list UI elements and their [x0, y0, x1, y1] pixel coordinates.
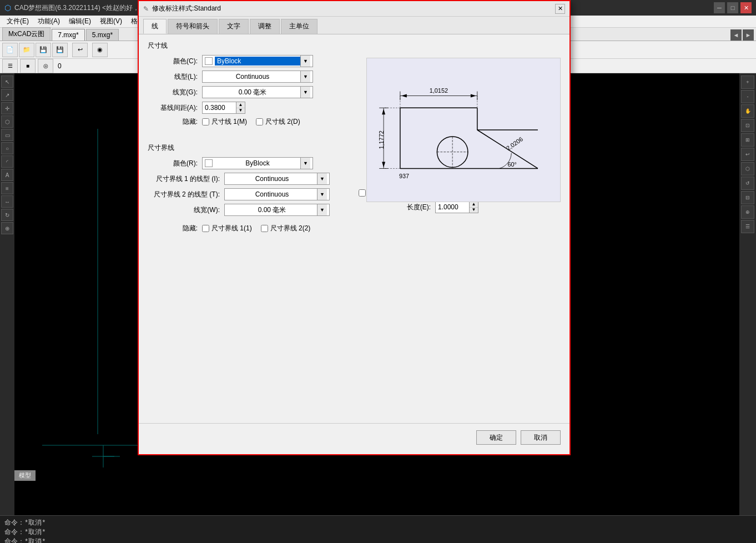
lt-select[interactable]: ↖ — [1, 76, 13, 88]
close-button[interactable]: ✕ — [740, 2, 752, 13]
length-down[interactable]: ▼ — [470, 208, 478, 213]
hide-dim2-cb[interactable] — [256, 118, 263, 125]
linewidth-value: 0.00 毫米 — [205, 88, 300, 97]
ext2-label: 尺寸界线 2 的线型 (T): — [148, 190, 220, 199]
dtab-line[interactable]: 线 — [143, 19, 167, 34]
layer-name: 0 — [58, 62, 62, 70]
cmd-line2: 命令：*取消* — [4, 527, 752, 537]
cmd-line3: 命令：*取消* — [4, 537, 752, 543]
tb-extra1[interactable]: ◉ — [92, 43, 108, 57]
hide2-label: 隐藏: — [148, 224, 198, 233]
linetype-dropdown[interactable]: Continuous ▼ — [202, 71, 313, 83]
color-selected: ByBlock — [215, 57, 300, 66]
ext2-value: Continuous — [227, 190, 317, 198]
dtab-primary[interactable]: 主单位 — [281, 19, 317, 34]
lt-polygon[interactable]: ⬡ — [1, 115, 13, 128]
tb-new[interactable]: 📄 — [2, 43, 18, 57]
linewidth-w-dropdown[interactable]: 0.00 毫米 ▼ — [224, 204, 330, 216]
tab-file1[interactable]: 7.mxg* — [52, 29, 84, 41]
ext2-arrow: ▼ — [317, 189, 327, 200]
linetype-label: 线型(L): — [148, 72, 198, 82]
menu-edit[interactable]: 编辑(E) — [64, 16, 95, 27]
menu-file[interactable]: 文件(E) — [2, 16, 33, 27]
rt-snap[interactable]: ⊕ — [741, 205, 754, 219]
rt-layers[interactable]: ☰ — [741, 220, 754, 233]
rt-zoom-win[interactable]: ⊞ — [741, 133, 754, 147]
layer-manager[interactable]: ☰ — [2, 59, 18, 73]
lt-dim[interactable]: ↔ — [1, 195, 13, 208]
tab-nav-right[interactable]: ► — [743, 29, 754, 41]
baseline-down[interactable]: ▼ — [236, 108, 245, 114]
lt-arc[interactable]: ◜ — [1, 155, 13, 168]
color-dropdown[interactable]: ByBlock ▼ — [202, 55, 313, 67]
model-tab[interactable]: 模型 — [14, 470, 36, 481]
ext1-label: 尺寸界线 1 的线型 (I): — [148, 174, 220, 184]
dialog-tabs: 线 符号和箭头 文字 调整 主单位 — [139, 17, 569, 34]
row-linewidth-w: 线宽(W): 0.00 毫米 ▼ — [148, 204, 350, 216]
rt-prev[interactable]: ↩ — [741, 148, 754, 161]
color-swatch — [205, 57, 213, 65]
hide2-checkboxes: 尺寸界线 1(1) 尺寸界线 2(2) — [202, 224, 310, 233]
length-label: 长度(E): — [359, 203, 431, 212]
tab-file2[interactable]: 5.mxg* — [86, 29, 119, 41]
rt-pan[interactable]: ✋ — [741, 104, 754, 118]
length-input[interactable]: 1.0000 — [436, 202, 469, 213]
rt-zoom-all[interactable]: ⊡ — [741, 119, 754, 132]
dialog-close-button[interactable]: ✕ — [555, 4, 565, 14]
right-toolbar: + - ✋ ⊡ ⊞ ↩ ⬡ ↺ ⊟ ⊕ ☰ — [739, 73, 756, 515]
minimize-button[interactable]: ─ — [714, 2, 725, 13]
tab-nav-left[interactable]: ◄ — [730, 29, 742, 41]
fixed-length-cb[interactable] — [359, 189, 366, 197]
tab-mxcad[interactable]: MxCAD云图 — [2, 27, 51, 41]
ext1-value: Continuous — [227, 175, 317, 183]
lt-text[interactable]: A — [1, 169, 13, 181]
layer-visibility[interactable]: ◎ — [38, 59, 53, 73]
tb-save[interactable]: 💾 — [36, 43, 51, 57]
lt-move[interactable]: ✛ — [1, 102, 13, 114]
baseline-spinbox[interactable]: 0.3800 ▲ ▼ — [202, 102, 245, 114]
hide-ext1-cb[interactable] — [202, 225, 209, 232]
cancel-button[interactable]: 取消 — [521, 430, 561, 445]
layer-color[interactable]: ■ — [20, 59, 36, 73]
dialog: ✎ 修改标注样式:Standard ✕ 线 符号和箭头 文字 调整 主单位 — [138, 0, 571, 455]
row-length: 长度(E): 1.0000 ▲ ▼ — [359, 201, 561, 213]
dialog-titlebar: ✎ 修改标注样式:Standard ✕ — [139, 1, 569, 17]
menu-view[interactable]: 视图(V) — [95, 16, 127, 27]
dtab-text[interactable]: 文字 — [219, 19, 249, 34]
rt-3d[interactable]: ⬡ — [741, 162, 754, 175]
svg-text:1,1772: 1,1772 — [378, 130, 385, 149]
hide-checkboxes: 尺寸线 1(M) 尺寸线 2(D) — [202, 117, 300, 127]
rt-mesh[interactable]: ⊟ — [741, 191, 754, 204]
baseline-up[interactable]: ▲ — [236, 102, 245, 108]
menu-function[interactable]: 功能(A) — [33, 16, 64, 27]
tb-saveas[interactable]: 💾 — [52, 43, 68, 57]
hide-ext2-cb[interactable] — [261, 225, 268, 232]
ext2-dropdown[interactable]: Continuous ▼ — [224, 188, 330, 200]
tb-undo[interactable]: ↩ — [72, 43, 88, 57]
svg-text:1,0152: 1,0152 — [430, 87, 448, 94]
ext1-dropdown[interactable]: Continuous ▼ — [224, 173, 330, 185]
lt-hatch[interactable]: ≡ — [1, 182, 13, 194]
hide-dim1-cb[interactable] — [202, 118, 209, 125]
hide-label: 隐藏: — [148, 117, 198, 127]
rt-orbit[interactable]: ↺ — [741, 177, 754, 190]
lt-arrow[interactable]: ↗ — [1, 89, 13, 101]
row-hide2: 隐藏: 尺寸界线 1(1) 尺寸界线 2(2) — [148, 224, 561, 233]
rt-zoom-out[interactable]: - — [741, 90, 754, 103]
tb-open[interactable]: 📁 — [19, 43, 34, 57]
maximize-button[interactable]: □ — [727, 2, 738, 13]
dtab-symbol[interactable]: 符号和箭头 — [168, 19, 218, 34]
linewidth-dropdown[interactable]: 0.00 毫米 ▼ — [202, 86, 313, 98]
lt-rotate[interactable]: ↻ — [1, 209, 13, 221]
baseline-input[interactable]: 0.3800 — [203, 102, 236, 113]
confirm-button[interactable]: 确定 — [476, 430, 516, 445]
length-spinbox[interactable]: 1.0000 ▲ ▼ — [435, 201, 478, 213]
lt-circle[interactable]: ○ — [1, 142, 13, 154]
hide-ext1-label: 尺寸界线 1(1) — [211, 224, 252, 233]
dialog-title-text: 修改标注样式:Standard — [152, 4, 221, 13]
lt-extra[interactable]: ⊕ — [1, 222, 13, 234]
color-r-dropdown[interactable]: ByBlock ▼ — [202, 157, 313, 169]
rt-zoom-in[interactable]: + — [741, 76, 754, 89]
dtab-adjust[interactable]: 调整 — [250, 19, 280, 34]
lt-rectangle[interactable]: ▭ — [1, 129, 13, 141]
